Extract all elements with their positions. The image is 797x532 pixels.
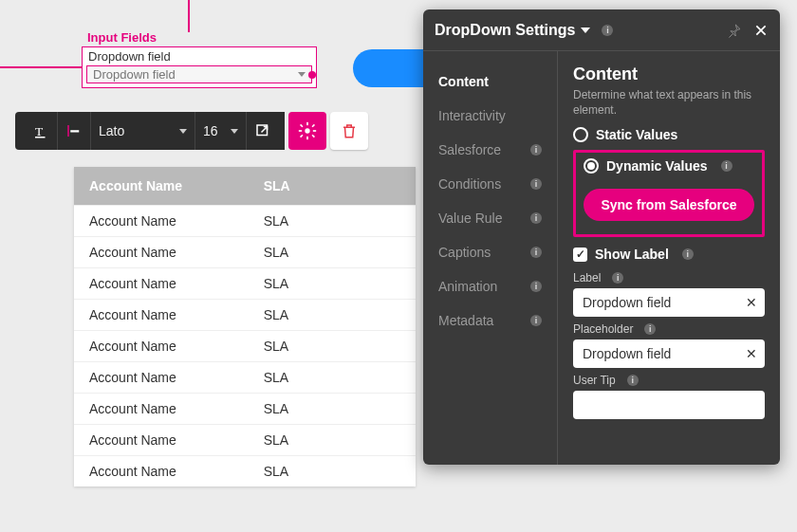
table-row[interactable]: Account NameSLA	[74, 236, 416, 267]
connector-vertical	[188, 0, 190, 32]
info-icon[interactable]: i	[644, 323, 656, 335]
radio-icon	[573, 127, 588, 142]
tab-content[interactable]: Content	[423, 64, 557, 99]
tab-animation[interactable]: Animationi	[423, 269, 557, 303]
font-name: Lato	[99, 123, 124, 138]
trash-icon	[341, 122, 358, 139]
tab-captions[interactable]: Captionsi	[423, 235, 557, 269]
delete-button[interactable]	[330, 112, 368, 150]
info-icon[interactable]: i	[721, 160, 732, 172]
info-icon[interactable]: i	[530, 247, 542, 258]
static-values-option[interactable]: Static Values	[573, 127, 765, 142]
chevron-down-icon	[179, 129, 187, 134]
panel-content: Content Determine what text appears in t…	[558, 51, 780, 465]
cell-sla: SLA	[264, 464, 400, 479]
font-select[interactable]: Lato	[91, 112, 195, 150]
table-row[interactable]: Account NameSLA	[74, 299, 416, 330]
table-row[interactable]: Account NameSLA	[74, 330, 416, 361]
content-desc: Determine what text appears in this elem…	[573, 88, 765, 118]
label-input[interactable]	[573, 288, 765, 317]
field-label: Dropdown field	[83, 47, 316, 64]
settings-panel: DropDown Settings i ContentInteractivity…	[423, 9, 780, 465]
field-dropdown[interactable]: Dropdown field	[86, 65, 312, 83]
align-left-icon	[65, 122, 83, 139]
open-external-icon	[254, 122, 271, 139]
svg-rect-11	[311, 135, 315, 138]
info-icon[interactable]: i	[627, 375, 639, 386]
cell-sla: SLA	[264, 432, 400, 448]
font-size-select[interactable]: 16	[195, 112, 247, 150]
svg-rect-13	[311, 124, 315, 128]
tab-salesforce[interactable]: Salesforcei	[423, 133, 557, 167]
cell-sla: SLA	[264, 307, 400, 322]
cell-account: Account Name	[89, 213, 264, 229]
settings-button[interactable]	[288, 112, 326, 150]
table-row[interactable]: Account NameSLA	[74, 393, 416, 424]
dynamic-values-label: Dynamic Values	[606, 158, 708, 174]
font-size: 16	[203, 123, 218, 138]
open-external-button[interactable]	[247, 112, 279, 150]
svg-rect-3	[70, 130, 79, 132]
table-row[interactable]: Account NameSLA	[74, 424, 416, 455]
table-row[interactable]: Account NameSLA	[74, 205, 416, 236]
label-field-title: Label i	[573, 271, 765, 284]
info-icon[interactable]: i	[682, 248, 694, 260]
usertip-input[interactable]	[573, 391, 765, 419]
sync-from-salesforce-button[interactable]: Sync from Salesforce	[584, 189, 754, 221]
tab-value-rule[interactable]: Value Rulei	[423, 201, 557, 235]
cell-account: Account Name	[89, 432, 264, 448]
gear-icon	[298, 121, 317, 140]
info-icon[interactable]: i	[530, 178, 542, 190]
show-label-text: Show Label	[595, 247, 669, 262]
clear-icon[interactable]: ✕	[746, 346, 757, 361]
pin-icon[interactable]	[727, 23, 742, 38]
svg-rect-9	[313, 130, 316, 132]
tab-interactivity[interactable]: Interactivity	[423, 99, 557, 133]
show-label-option[interactable]: ✓ Show Label i	[573, 247, 765, 262]
static-values-label: Static Values	[596, 127, 677, 142]
table-header: Account Name SLA	[74, 167, 416, 205]
chevron-down-icon	[581, 28, 590, 33]
placeholder-field-title: Placeholder i	[573, 322, 765, 336]
table-row[interactable]: Account NameSLA	[74, 267, 416, 299]
cell-account: Account Name	[89, 245, 264, 260]
cell-sla: SLA	[264, 213, 400, 229]
align-tool-button[interactable]	[58, 112, 91, 150]
svg-text:T: T	[35, 124, 44, 138]
svg-rect-8	[299, 130, 302, 132]
section-label: Input Fields	[87, 30, 157, 45]
info-icon[interactable]: i	[530, 144, 542, 156]
svg-point-5	[305, 128, 309, 133]
col-header-account: Account Name	[89, 178, 264, 193]
cell-account: Account Name	[89, 307, 264, 322]
canvas-dropdown-field[interactable]: Dropdown field Dropdown field	[82, 46, 317, 88]
info-icon[interactable]: i	[530, 212, 542, 224]
placeholder-input[interactable]	[573, 339, 765, 368]
table-row[interactable]: Account NameSLA	[74, 455, 416, 486]
info-icon[interactable]: i	[602, 25, 613, 36]
dynamic-values-option[interactable]: Dynamic Values i	[584, 158, 754, 174]
selection-handle[interactable]	[308, 71, 316, 79]
checkbox-icon: ✓	[573, 248, 587, 262]
clear-icon[interactable]: ✕	[746, 295, 757, 310]
usertip-field-title: User Tip i	[573, 374, 765, 387]
svg-rect-10	[300, 124, 304, 128]
close-icon[interactable]	[753, 23, 769, 38]
table-row[interactable]: Account NameSLA	[74, 361, 416, 393]
info-icon[interactable]: i	[530, 315, 542, 326]
info-icon[interactable]: i	[612, 272, 623, 284]
tab-conditions[interactable]: Conditionsi	[423, 167, 557, 201]
text-tool-button[interactable]: T	[25, 112, 58, 150]
chevron-down-icon	[231, 129, 238, 134]
cell-account: Account Name	[89, 276, 264, 291]
radio-icon	[584, 158, 599, 174]
cell-sla: SLA	[264, 370, 400, 385]
panel-title: DropDown Settings	[435, 22, 575, 39]
content-heading: Content	[573, 64, 765, 84]
field-placeholder: Dropdown field	[93, 67, 176, 82]
info-icon[interactable]: i	[530, 281, 542, 292]
svg-rect-2	[67, 125, 69, 137]
panel-title-group[interactable]: DropDown Settings i	[435, 22, 613, 39]
tab-metadata[interactable]: Metadatai	[423, 303, 557, 338]
cell-account: Account Name	[89, 370, 264, 385]
